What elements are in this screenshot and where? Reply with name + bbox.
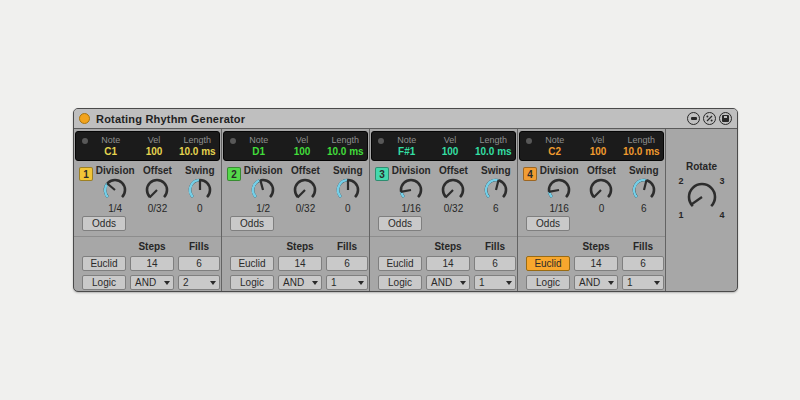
length-value[interactable]: 10.0 ms [179,146,216,158]
offset-label: Offset [291,165,320,177]
vel-value[interactable]: 100 [294,146,311,158]
offset-value[interactable]: 0/32 [444,203,463,214]
steps-value-box[interactable]: 14 [278,256,322,271]
knob-row: Division 1/16 Offset 0 Swing 6 [538,165,665,214]
logic-target-dropdown[interactable]: 1 [326,275,368,290]
channel-strip: Note C2 Vel 100 Length 10.0 ms 4 Divisio… [518,129,666,292]
steps-value-box[interactable]: 14 [130,256,174,271]
swing-knob[interactable] [187,177,213,203]
logic-button[interactable]: Logic [230,275,274,290]
division-knob[interactable] [102,177,128,203]
steps-label: Steps [574,241,618,252]
fills-value-box[interactable]: 6 [474,256,516,271]
swing-label: Swing [185,165,214,177]
offset-value[interactable]: 0 [599,203,605,214]
edit-icon[interactable] [703,112,716,125]
vel-label: Vel [296,135,309,146]
note-value[interactable]: F#1 [398,146,415,158]
vel-label: Vel [148,135,161,146]
fills-value-box[interactable]: 6 [326,256,368,271]
logic-op-dropdown[interactable]: AND [278,275,322,290]
odds-button[interactable]: Odds [526,216,570,231]
odds-button[interactable]: Odds [82,216,126,231]
odds-button[interactable]: Odds [378,216,422,231]
knob-row: Division 1/16 Offset 0/32 Swing 6 [390,165,517,214]
note-value[interactable]: D1 [252,146,265,158]
save-glyph [722,115,729,122]
length-label: Length [184,135,212,146]
offset-knob[interactable] [588,177,614,203]
logic-op-dropdown[interactable]: AND [130,275,174,290]
rotate-section: Rotate 2 3 1 4 [666,129,737,292]
logic-button[interactable]: Logic [526,275,570,290]
length-value[interactable]: 10.0 ms [623,146,660,158]
steps-value-box[interactable]: 14 [574,256,618,271]
logic-target-dropdown[interactable]: 2 [178,275,220,290]
steps-value-box[interactable]: 14 [426,256,470,271]
offset-knob[interactable] [292,177,318,203]
logic-op-dropdown[interactable]: AND [426,275,470,290]
note-label: Note [249,135,268,146]
section-divider [370,236,517,237]
division-value[interactable]: 1/16 [549,203,568,214]
division-knob[interactable] [250,177,276,203]
device-power-led[interactable] [79,113,90,124]
rotate-knob[interactable] [686,181,718,213]
offset-knob[interactable] [144,177,170,203]
swing-value[interactable]: 0 [345,203,351,214]
logic-button[interactable]: Logic [82,275,126,290]
length-column: Length 10.0 ms [324,132,367,160]
vel-value[interactable]: 100 [146,146,163,158]
logic-target-dropdown[interactable]: 1 [474,275,516,290]
section-divider [518,236,665,237]
logic-target-value: 1 [478,277,506,288]
euclid-button[interactable]: Euclid [526,256,570,271]
chevron-down-icon [460,281,466,285]
swing-knob[interactable] [631,177,657,203]
euclid-button[interactable]: Euclid [378,256,422,271]
channel-badge[interactable]: 3 [375,167,389,181]
logic-op-dropdown[interactable]: AND [574,275,618,290]
parameters-icon[interactable] [687,112,700,125]
fills-value-box[interactable]: 6 [178,256,220,271]
offset-label: Offset [439,165,468,177]
save-icon[interactable] [719,112,732,125]
chevron-down-icon [312,281,318,285]
swing-value[interactable]: 6 [493,203,499,214]
swing-knob[interactable] [483,177,509,203]
offset-value[interactable]: 0/32 [296,203,315,214]
division-knob[interactable] [398,177,424,203]
channel-display: Note C1 Vel 100 Length 10.0 ms [75,131,220,161]
fills-value-box[interactable]: 6 [622,256,664,271]
division-value[interactable]: 1/2 [256,203,270,214]
odds-button[interactable]: Odds [230,216,274,231]
note-value[interactable]: C1 [104,146,117,158]
offset-knob[interactable] [440,177,466,203]
euclid-button[interactable]: Euclid [82,256,126,271]
division-value[interactable]: 1/16 [401,203,420,214]
swing-label: Swing [333,165,362,177]
swing-value[interactable]: 0 [197,203,203,214]
spacer [526,241,570,252]
logic-button[interactable]: Logic [378,275,422,290]
swing-knob[interactable] [335,177,361,203]
offset-value[interactable]: 0/32 [148,203,167,214]
logic-target-dropdown[interactable]: 1 [622,275,664,290]
length-value[interactable]: 10.0 ms [475,146,512,158]
channel-badge[interactable]: 1 [79,167,93,181]
channel-badge[interactable]: 2 [227,167,241,181]
division-knob[interactable] [546,177,572,203]
spacer [230,241,274,252]
note-label: Note [101,135,120,146]
length-value[interactable]: 10.0 ms [327,146,364,158]
channel-strip: Note C1 Vel 100 Length 10.0 ms 1 Divisio… [74,129,222,292]
channel-badge[interactable]: 4 [523,167,537,181]
vel-column: Vel 100 [280,132,323,160]
euclid-button[interactable]: Euclid [230,256,274,271]
division-value[interactable]: 1/4 [108,203,122,214]
vel-value[interactable]: 100 [590,146,607,158]
vel-value[interactable]: 100 [442,146,459,158]
chevron-down-icon [358,281,364,285]
note-value[interactable]: C2 [548,146,561,158]
swing-value[interactable]: 6 [641,203,647,214]
